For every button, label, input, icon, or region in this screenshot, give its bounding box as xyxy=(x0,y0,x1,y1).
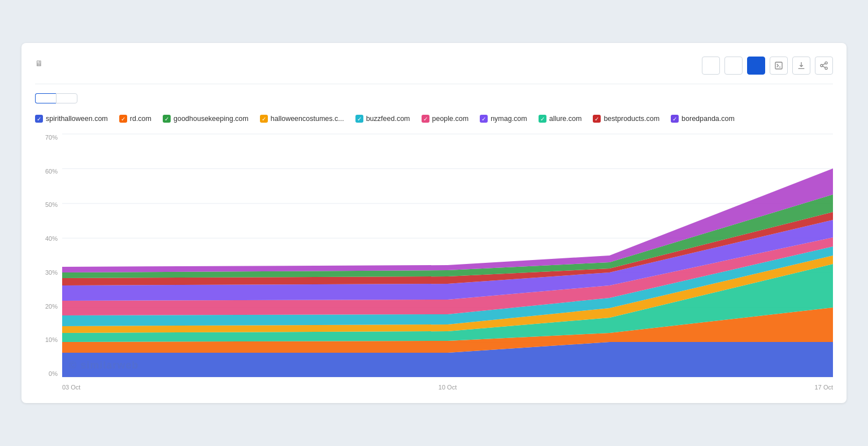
main-card: 🖥 ✓ spiri xyxy=(21,43,847,403)
area-chart-svg xyxy=(62,134,833,377)
legend-item[interactable]: ✓ nymag.com xyxy=(480,115,527,123)
legend-checkbox: ✓ xyxy=(539,115,546,123)
x-axis-label: 03 Oct xyxy=(62,384,80,391)
chart-inner xyxy=(62,134,833,377)
legend-label: bestproducts.com xyxy=(604,115,659,123)
legend-label: spirithalloween.com xyxy=(46,115,108,123)
download-button[interactable] xyxy=(792,57,810,75)
x-axis-label: 10 Oct xyxy=(439,384,457,391)
share-button[interactable] xyxy=(815,57,833,75)
download-icon xyxy=(797,61,806,70)
tab-traffic-trend[interactable] xyxy=(35,93,56,103)
legend-checkbox: ✓ xyxy=(163,115,171,123)
period-w-button[interactable] xyxy=(724,57,743,75)
legend-item[interactable]: ✓ spirithalloween.com xyxy=(35,115,108,123)
legend-checkbox: ✓ xyxy=(355,115,363,123)
monitor-icon: 🖥 xyxy=(35,59,43,68)
legend-label: buzzfeed.com xyxy=(366,115,410,123)
y-axis-label: 60% xyxy=(35,168,62,175)
legend-label: allure.com xyxy=(549,115,582,123)
y-axis-label: 40% xyxy=(35,235,62,242)
header-left: 🖥 xyxy=(35,57,46,68)
legend-item[interactable]: ✓ bestproducts.com xyxy=(593,115,659,123)
header-right xyxy=(702,57,833,75)
chart-legend: ✓ spirithalloween.com ✓ rd.com ✓ goodhou… xyxy=(35,115,833,123)
legend-item[interactable]: ✓ boredpanda.com xyxy=(671,115,735,123)
legend-checkbox: ✓ xyxy=(119,115,127,123)
legend-label: boredpanda.com xyxy=(682,115,735,123)
period-d-button[interactable] xyxy=(702,57,720,75)
legend-item[interactable]: ✓ people.com xyxy=(422,115,469,123)
legend-checkbox: ✓ xyxy=(422,115,429,123)
y-axis-label: 10% xyxy=(35,336,62,343)
legend-label: goodhousekeeping.com xyxy=(173,115,249,123)
legend-label: rd.com xyxy=(130,115,151,123)
period-m-button[interactable] xyxy=(747,57,765,75)
y-axis-label: 50% xyxy=(35,201,62,208)
chart-area: 0%10%20%30%40%50%60%70% xyxy=(35,134,833,394)
legend-item[interactable]: ✓ goodhousekeeping.com xyxy=(163,115,249,123)
legend-item[interactable]: ✓ halloweencostumes.c... xyxy=(260,115,344,123)
y-axis-label: 70% xyxy=(35,134,62,141)
legend-checkbox: ✓ xyxy=(671,115,679,123)
y-axis-label: 0% xyxy=(35,370,62,377)
x-axis-label: 17 Oct xyxy=(815,384,833,391)
legend-item[interactable]: ✓ allure.com xyxy=(539,115,582,123)
excel-icon xyxy=(774,61,783,70)
tab-bar xyxy=(35,93,833,103)
legend-checkbox: ✓ xyxy=(480,115,488,123)
y-axis-label: 20% xyxy=(35,303,62,310)
legend-checkbox: ✓ xyxy=(35,115,43,123)
legend-label: nymag.com xyxy=(491,115,527,123)
legend-checkbox: ✓ xyxy=(593,115,601,123)
x-axis: 03 Oct10 Oct17 Oct xyxy=(62,380,833,394)
y-axis: 0%10%20%30%40%50%60%70% xyxy=(35,134,62,377)
subtitle: 🖥 xyxy=(35,59,46,68)
svg-point-2 xyxy=(821,64,823,67)
legend-item[interactable]: ✓ rd.com xyxy=(119,115,151,123)
y-axis-label: 30% xyxy=(35,269,62,276)
svg-point-3 xyxy=(825,67,827,70)
share-icon xyxy=(819,61,828,70)
svg-point-1 xyxy=(825,62,827,64)
legend-label: halloweencostumes.c... xyxy=(271,115,344,123)
tab-traffic-share[interactable] xyxy=(56,93,77,103)
legend-label: people.com xyxy=(432,115,469,123)
legend-item[interactable]: ✓ buzzfeed.com xyxy=(355,115,410,123)
card-header: 🖥 xyxy=(35,57,833,84)
excel-button[interactable] xyxy=(770,57,788,75)
legend-checkbox: ✓ xyxy=(260,115,268,123)
